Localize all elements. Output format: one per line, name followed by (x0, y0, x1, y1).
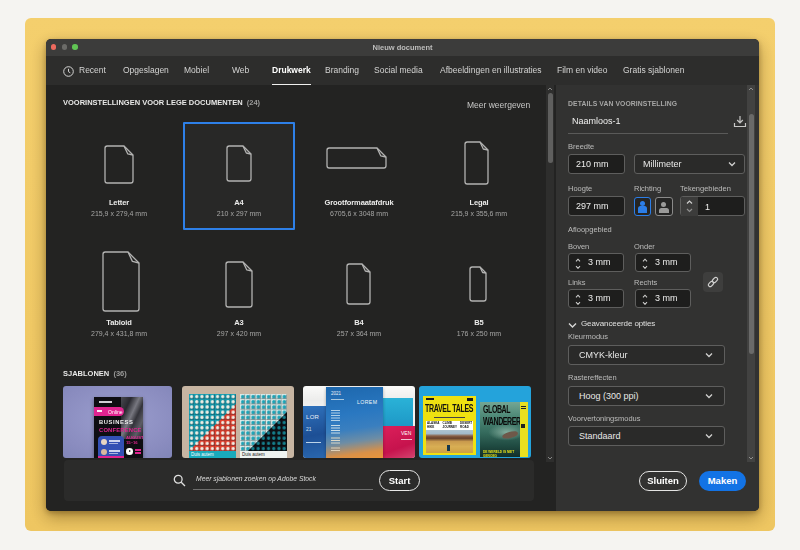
svg-text:Duis autem: Duis autem (191, 452, 214, 457)
svg-text:Duis autem: Duis autem (242, 452, 265, 457)
